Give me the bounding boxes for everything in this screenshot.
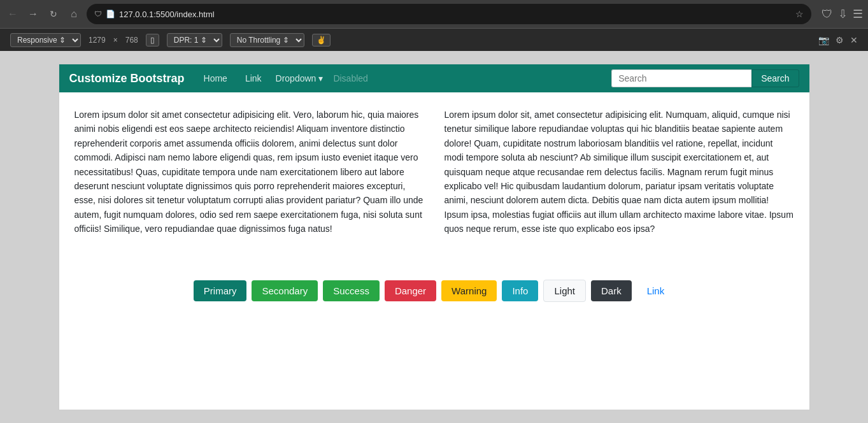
navbar-brand[interactable]: Customize Bootstrap	[69, 72, 185, 85]
browser-toolbar: ← → ↻ ⌂ 🛡 📄 127.0.0.1:5500/index.html ☆ …	[0, 0, 868, 28]
nav-link[interactable]: Link	[241, 71, 266, 86]
btn-danger[interactable]: Danger	[385, 280, 436, 301]
nav-home-link[interactable]: Home	[200, 71, 231, 86]
btn-secondary[interactable]: Secondary	[252, 280, 318, 301]
viewport-width: 1279	[89, 36, 106, 45]
btn-success[interactable]: Success	[323, 280, 380, 301]
left-paragraph: Lorem ipsum dolor sit amet consectetur a…	[75, 108, 424, 236]
buttons-section: Primary Secondary Success Danger Warning…	[75, 267, 794, 315]
back-button[interactable]: ←	[5, 6, 20, 22]
search-button[interactable]: Search	[751, 69, 799, 87]
btn-link[interactable]: Link	[637, 280, 675, 301]
btn-dark[interactable]: Dark	[591, 280, 632, 301]
nav-disabled-link: Disabled	[333, 73, 367, 83]
viewport-x-label: ×	[113, 36, 118, 45]
btn-warning[interactable]: Warning	[441, 280, 497, 301]
throttle-select[interactable]: No Throttling ⇕	[230, 33, 304, 47]
close-devtools-button[interactable]: ✕	[850, 35, 858, 45]
btn-info[interactable]: Info	[502, 280, 538, 301]
reload-button[interactable]: ↻	[46, 6, 61, 22]
content-columns: Lorem ipsum dolor sit amet consectetur a…	[75, 108, 794, 236]
touch-button[interactable]: ✌	[312, 34, 331, 47]
menu-icon[interactable]: ☰	[853, 7, 863, 21]
dropdown-label: Dropdown	[276, 73, 317, 83]
viewport: Customize Bootstrap Home Link Dropdown ▾…	[0, 51, 868, 423]
page-container: Customize Bootstrap Home Link Dropdown ▾…	[59, 64, 810, 410]
rotate-button[interactable]: ▯	[146, 34, 159, 47]
nav-dropdown[interactable]: Dropdown ▾	[276, 73, 324, 83]
left-column: Lorem ipsum dolor sit amet consectetur a…	[75, 108, 424, 236]
page-content: Lorem ipsum dolor sit amet consectetur a…	[59, 92, 809, 330]
dpr-select[interactable]: DPR: 1 ⇕	[167, 33, 222, 47]
right-paragraph: Lorem ipsum dolor sit, amet consectetur …	[445, 108, 794, 236]
address-bar[interactable]: 🛡 📄 127.0.0.1:5500/index.html ☆	[87, 4, 811, 24]
dropdown-caret-icon: ▾	[318, 73, 323, 83]
download-icon[interactable]: ⇩	[838, 7, 848, 21]
bookmark-icon: ☆	[795, 9, 804, 19]
viewport-height: 768	[125, 36, 138, 45]
search-input[interactable]	[611, 69, 751, 87]
search-form: Search	[611, 69, 799, 87]
page-icon: 📄	[106, 10, 115, 18]
url-display: 127.0.0.1:5500/index.html	[119, 10, 792, 19]
devtools-toolbar: Responsive ⇕ 1279 × 768 ▯ DPR: 1 ⇕ No Th…	[0, 28, 868, 51]
shield-icon: 🛡	[94, 10, 102, 18]
browser-action-buttons: 🛡 ⇩ ☰	[822, 7, 863, 21]
btn-light[interactable]: Light	[543, 280, 586, 302]
forward-button[interactable]: →	[25, 6, 41, 22]
browser-window: ← → ↻ ⌂ 🛡 📄 127.0.0.1:5500/index.html ☆ …	[0, 0, 868, 423]
pocket-icon[interactable]: 🛡	[822, 8, 833, 21]
responsive-select[interactable]: Responsive ⇕	[10, 33, 81, 47]
screenshot-button[interactable]: 📷	[818, 35, 829, 45]
right-column: Lorem ipsum dolor sit, amet consectetur …	[445, 108, 794, 236]
home-button[interactable]: ⌂	[66, 6, 82, 22]
devtools-action-icons: 📷 ⚙ ✕	[818, 35, 858, 45]
navbar: Customize Bootstrap Home Link Dropdown ▾…	[59, 64, 809, 92]
settings-button[interactable]: ⚙	[836, 35, 844, 45]
btn-primary[interactable]: Primary	[194, 280, 247, 301]
